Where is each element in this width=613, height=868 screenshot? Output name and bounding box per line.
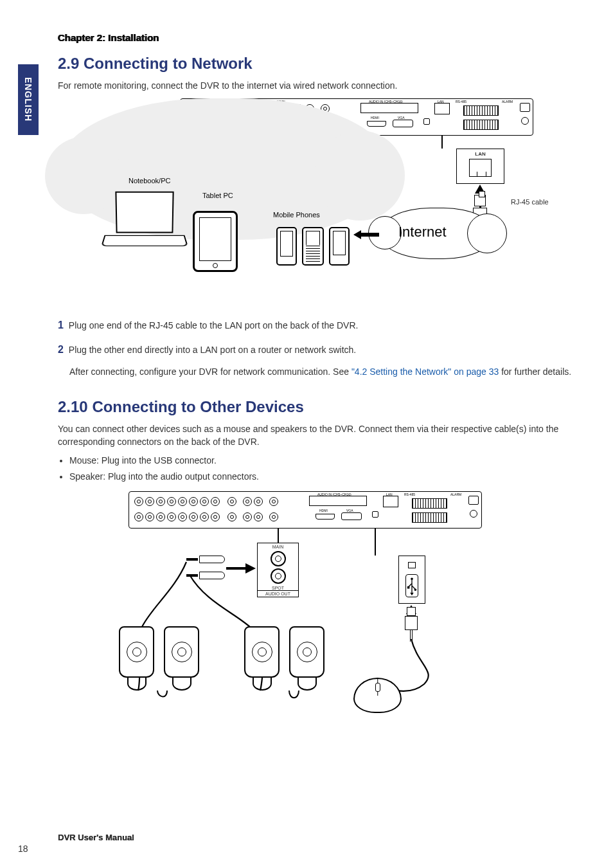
- vga-port: [393, 120, 413, 127]
- usb-port-2: [372, 511, 378, 518]
- step-1-number: 1: [58, 320, 64, 330]
- page-number: 18: [18, 844, 28, 854]
- speaker-right-icon: [244, 626, 280, 697]
- arrow-left-icon: [353, 230, 379, 239]
- step-2-number: 2: [58, 344, 64, 355]
- usb-callout: [398, 556, 425, 604]
- callout-line: [441, 136, 443, 149]
- network-connection-diagram: CH1 MAIN VIDEO OUT AUDIO IN (CH5~CH16) H…: [58, 98, 574, 304]
- power-jack-2: [470, 510, 477, 518]
- usb-port-icon: [423, 118, 430, 125]
- lan-port-2: [383, 496, 398, 507]
- bullet-speaker: Speaker: Plug into the audio output conn…: [69, 469, 574, 484]
- usb-callout-line: [375, 529, 376, 556]
- notebook-label: Notebook/PC: [129, 177, 170, 185]
- step-1: 1 Plug one end of the RJ-45 cable to the…: [58, 317, 574, 334]
- sensor-terminal: [463, 120, 499, 130]
- chapter-header: Chapter 2: Installation: [58, 32, 574, 43]
- audio-in-connector: [360, 103, 418, 113]
- hdmi-label: HDMI: [371, 116, 379, 120]
- power-switch: [520, 103, 530, 112]
- sensor-terminal-2: [412, 512, 447, 523]
- svg-marker-7: [410, 593, 413, 596]
- power-jack: [521, 117, 529, 125]
- language-side-tab: ENGLISH: [18, 64, 39, 135]
- alarm-terminal: [463, 105, 499, 116]
- laptop-icon: [103, 192, 186, 262]
- hdmi-port: [367, 121, 386, 127]
- lan-label: LAN: [438, 100, 444, 104]
- step-2-text: Plug the other end directly into a LAN p…: [69, 345, 356, 355]
- usb-plug-icon: [405, 607, 418, 639]
- audio-callout-line: [278, 529, 279, 543]
- power-switch-2: [468, 496, 479, 505]
- alarm-terminal-2: [412, 498, 447, 509]
- main-audio-label: MAIN: [258, 545, 298, 549]
- rs485-label: RS-485: [456, 100, 466, 104]
- blackberry-phone-icon: [302, 227, 324, 266]
- smartphone-icon: [276, 227, 297, 266]
- mobile-label: Mobile Phones: [273, 211, 320, 219]
- alarm-label: ALARM: [502, 100, 513, 104]
- footer-manual-title: DVR User's Manual: [58, 833, 134, 842]
- section-2-10-title: 2.10 Connecting to Other Devices: [58, 398, 574, 416]
- bullet-mouse: Mouse: Plug into the USB connector.: [69, 453, 574, 467]
- after-text-1: After connecting, configure your DVR for…: [69, 366, 351, 377]
- step-1-text: Plug one end of the RJ-45 cable to the L…: [69, 320, 359, 330]
- speaker-right2-icon: [289, 626, 324, 697]
- after-text-2: for further details.: [501, 366, 571, 377]
- hdmi-port-2: [315, 514, 335, 520]
- lan-callout: LAN: [456, 149, 504, 184]
- svg-rect-4: [407, 586, 410, 589]
- page-content: Chapter 2: Installation 2.9 Connecting t…: [58, 32, 574, 742]
- after-connecting-text: After connecting, configure your DVR for…: [69, 365, 574, 378]
- lan-callout-label: LAN: [475, 151, 485, 157]
- dvr-back-panel-2: AUDIO IN (CH5~CH16) HDMI VGA LAN RS-485 …: [129, 491, 482, 529]
- speaker-left2-icon: [164, 626, 199, 697]
- lan-port-icon: [469, 159, 492, 177]
- lan-port-panel: [434, 103, 450, 114]
- vga-label: VGA: [398, 116, 405, 120]
- svg-marker-0: [353, 230, 379, 239]
- speaker-left-icon: [119, 626, 154, 697]
- usb-slot-a-icon: [408, 562, 416, 568]
- cross-reference-link[interactable]: "4.2 Setting the Network" on page 33: [351, 366, 499, 377]
- section-2-9-intro: For remote monitoring, connect the DVR t…: [58, 79, 574, 92]
- audioin-box-label: AUDIO IN (CH5~CH16): [369, 100, 403, 104]
- rj45-plug-icon: [474, 195, 486, 206]
- touch-phone-icon: [329, 227, 350, 266]
- other-devices-diagram: AUDIO IN (CH5~CH16) HDMI VGA LAN RS-485 …: [58, 491, 574, 729]
- tablet-label: Tablet PC: [202, 192, 233, 199]
- device-bullet-list: Mouse: Plug into the USB connector. Spea…: [69, 453, 574, 484]
- rj45-cable-label: RJ-45 cable: [511, 198, 549, 206]
- vga-port-2: [341, 512, 362, 520]
- internet-label: Internet: [398, 224, 447, 240]
- section-2-9-title: 2.9 Connecting to Network: [58, 55, 574, 73]
- step-2: 2 Plug the other end directly into a LAN…: [58, 341, 574, 358]
- section-2-10-intro: You can connect other devices such as a …: [58, 422, 574, 449]
- tablet-icon: [193, 211, 238, 272]
- svg-point-6: [414, 589, 417, 592]
- svg-line-5: [412, 586, 415, 589]
- usb-symbol-icon: [405, 574, 418, 597]
- audio-in-connector-2: [309, 496, 367, 506]
